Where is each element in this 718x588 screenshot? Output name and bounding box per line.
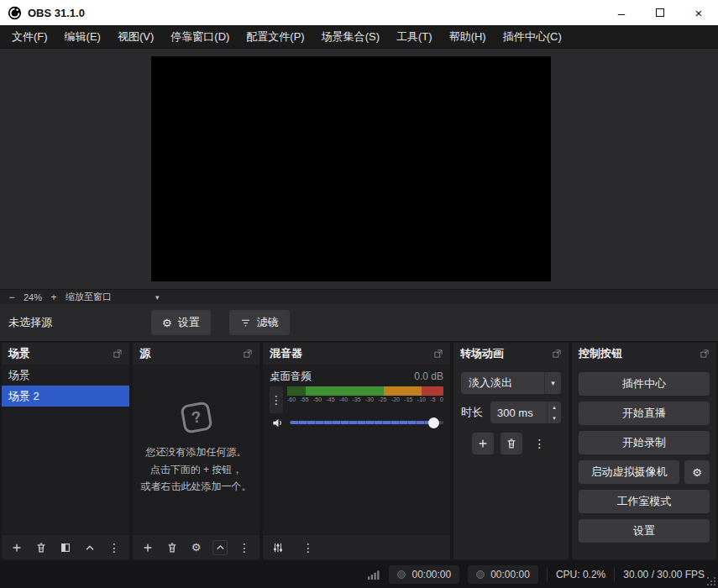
dock-area: 场景 场景 场景 2 ⋮ 源 ? 您还没有添加任何源。 [0,341,718,561]
properties-button[interactable]: ⚙ 设置 [151,310,211,335]
volume-slider[interactable] [290,417,443,429]
recording-timer: 00:00:00 [389,565,459,584]
obs-logo-icon [8,6,22,20]
start-virtual-camera-button[interactable]: 启动虚拟摄像机 [579,460,679,484]
duration-spinbox[interactable]: 300 ms ▴ ▾ [490,402,561,423]
cpu-usage: CPU: 0.2% [556,569,605,580]
filter-icon [240,318,251,328]
sources-toolbar: ⚙ ⋮ [133,534,259,559]
scene-item[interactable]: 场景 [2,365,129,386]
maximize-button[interactable] [641,0,679,25]
add-transition-button[interactable] [472,433,494,454]
popout-dock-icon[interactable] [552,349,562,359]
controls-body: 插件中心 开始直播 开始录制 启动虚拟摄像机 ⚙ 工作室模式 设置 [572,365,716,559]
move-scene-up-button[interactable] [82,540,97,555]
minimize-button[interactable]: – [602,0,641,25]
mixer-panel: 混音器 桌面音频 0.0 dB ⋮ -60 -55 -50 -45 [263,343,450,559]
popout-dock-icon[interactable] [113,349,123,359]
sources-panel-title: 源 [139,346,150,361]
preview-canvas[interactable] [151,56,551,281]
add-scene-button[interactable] [9,540,24,555]
transition-select[interactable]: 淡入淡出 ▾ [461,372,561,394]
scene-item-selected[interactable]: 场景 2 [2,386,129,407]
source-list[interactable]: ? 您还没有添加任何源。 点击下面的 + 按钮， 或者右击此处添加一个。 [133,365,259,534]
menu-bar: 文件(F) 编辑(E) 视图(V) 停靠窗口(D) 配置文件(P) 场景集合(S… [0,25,718,49]
studio-mode-button[interactable]: 工作室模式 [579,490,710,513]
menu-edit[interactable]: 编辑(E) [56,25,109,49]
sources-more-button[interactable]: ⋮ [237,540,252,555]
duration-increase-button[interactable]: ▴ [548,402,561,412]
status-bar: 00:00:00 00:00:00 CPU: 0.2% 30.00 / 30.0… [0,561,718,588]
start-recording-button[interactable]: 开始录制 [579,431,710,454]
start-streaming-button[interactable]: 开始直播 [579,402,710,425]
remove-scene-button[interactable] [34,540,49,555]
menu-file[interactable]: 文件(F) [3,25,56,49]
add-source-button[interactable] [140,540,155,555]
virtual-camera-settings-button[interactable]: ⚙ [684,460,710,484]
menu-tools[interactable]: 工具(T) [388,25,441,49]
divider [547,568,548,581]
mixer-more-button[interactable]: ⋮ [301,540,316,555]
transitions-body: 淡入淡出 ▾ 时长 300 ms ▴ ▾ ⋮ [453,365,569,559]
scenes-panel-title: 场景 [8,346,30,361]
streaming-time-value: 00:00:00 [490,569,530,580]
menu-help[interactable]: 帮助(H) [441,25,495,49]
scene-filters-button[interactable] [58,540,73,555]
preview-area [0,49,718,289]
meter-scale: -60 -55 -50 -45 -40 -35 -30 -25 -20 -15 … [287,396,443,402]
empty-text-line: 或者右击此处添加一个。 [141,478,252,495]
controls-panel-title: 控制按钮 [579,346,622,361]
remove-transition-button[interactable] [501,433,522,454]
divider [614,568,615,581]
filters-button[interactable]: 滤镜 [229,310,290,335]
popout-dock-icon[interactable] [243,349,253,359]
duration-label: 时长 [461,405,483,420]
resize-grip[interactable] [707,577,716,586]
menu-view[interactable]: 视图(V) [109,25,162,49]
audio-level-db: 0.0 dB [414,370,443,382]
question-mark-icon: ? [180,402,212,434]
mixer-panel-title: 混音器 [270,346,302,361]
filters-button-label: 滤镜 [257,315,279,330]
title-bar: OBS 31.1.0 – × [0,0,718,25]
maximize-icon [656,8,664,17]
transitions-panel-title: 转场动画 [460,346,504,361]
menu-plugin-center[interactable]: 插件中心(C) [495,25,570,49]
menu-profile[interactable]: 配置文件(P) [238,25,312,49]
transition-more-button[interactable]: ⋮ [529,433,551,454]
remove-source-button[interactable] [165,540,180,555]
scenes-more-button[interactable]: ⋮ [107,540,122,555]
menu-scene-collection[interactable]: 场景集合(S) [313,25,388,49]
zoom-bar: − 24% + 缩放至窗口 ▾ [0,289,718,304]
transition-selected-value: 淡入淡出 [461,375,544,391]
meter-tick: -40 [339,396,348,402]
meter-tick: -5 [430,396,435,402]
empty-text-line: 您还没有添加任何源。 [146,444,247,460]
meter-tick: -25 [378,396,386,402]
duration-decrease-button[interactable]: ▾ [548,412,561,423]
zoom-value: 24% [24,292,42,302]
zoom-out-button[interactable]: − [7,291,17,303]
transitions-panel: 转场动画 淡入淡出 ▾ 时长 300 ms ▴ ▾ [453,343,569,559]
popout-dock-icon[interactable] [433,349,443,359]
meter-tick: -50 [313,396,322,402]
zoom-in-button[interactable]: + [49,291,59,303]
meter-tick: -30 [365,396,374,402]
zoom-fit-label[interactable]: 缩放至窗口 [66,291,112,303]
empty-text-line: 点击下面的 + 按钮， [150,461,243,478]
fps-indicator: 30.00 / 30.00 FPS [623,569,705,580]
record-status-dot-icon [397,570,406,579]
close-button[interactable]: × [679,0,718,25]
duration-value: 300 ms [490,402,547,423]
channel-menu-button[interactable]: ⋮ [270,386,283,413]
volume-slider-handle[interactable] [428,417,439,428]
plugin-center-button[interactable]: 插件中心 [579,372,710,396]
move-source-up-button[interactable] [212,540,228,555]
settings-button[interactable]: 设置 [579,519,710,543]
source-properties-button[interactable]: ⚙ [189,540,204,555]
popout-dock-icon[interactable] [700,349,710,359]
menu-docks[interactable]: 停靠窗口(D) [162,25,238,49]
zoom-dropdown-caret-icon[interactable]: ▾ [155,293,160,302]
mute-speaker-button[interactable] [270,415,285,430]
advanced-audio-button[interactable] [270,540,286,555]
